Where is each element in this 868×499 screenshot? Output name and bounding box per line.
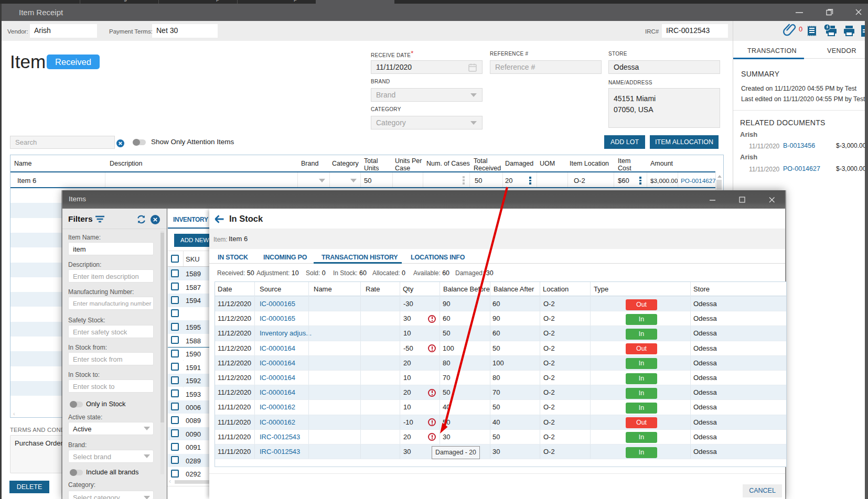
svg-text:0: 0 (799, 25, 802, 33)
